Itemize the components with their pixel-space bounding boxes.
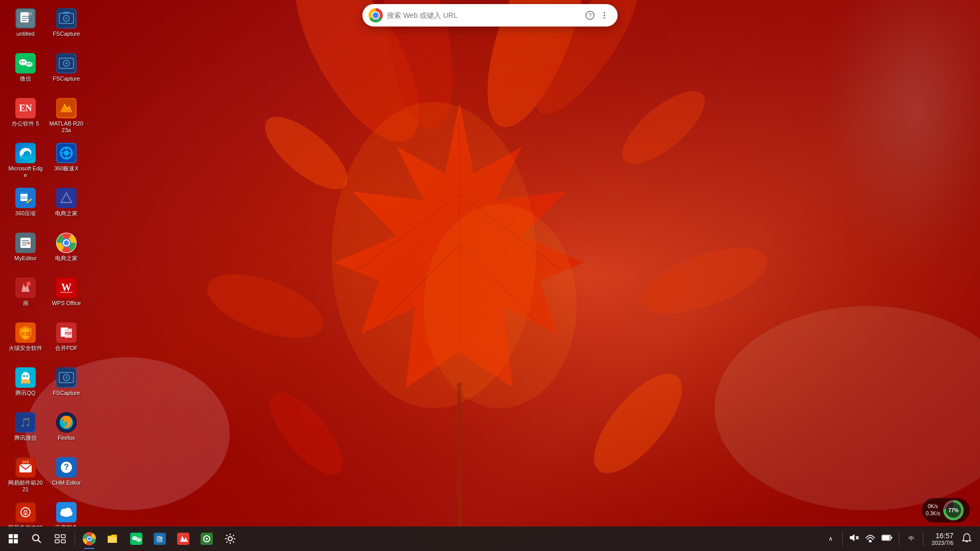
volume-icon[interactable] bbox=[847, 531, 861, 547]
taskbar-divider1 bbox=[75, 532, 75, 546]
desktop-icons-grid: FSCapture 微信 bbox=[0, 0, 90, 547]
upload-speed: 0K/s bbox=[928, 503, 938, 510]
svg-point-131 bbox=[137, 539, 138, 540]
svg-rect-120 bbox=[61, 535, 65, 538]
language-icon[interactable]: 中 bbox=[903, 533, 919, 544]
taskbar-explorer[interactable] bbox=[102, 528, 124, 550]
wangyi-icon: W bbox=[15, 502, 36, 522]
svg-point-110 bbox=[604, 12, 605, 14]
svg-point-112 bbox=[604, 17, 605, 19]
start-button[interactable] bbox=[2, 528, 24, 550]
desktop-icon-wps5[interactable]: EN 办公软件 5 bbox=[5, 95, 46, 138]
help-button[interactable]: ? bbox=[583, 8, 597, 22]
svg-point-89 bbox=[65, 377, 67, 379]
svg-point-69 bbox=[64, 240, 69, 245]
desktop-icon-qq[interactable]: 腾讯QQ bbox=[5, 364, 46, 407]
svg-rect-113 bbox=[9, 534, 13, 538]
svg-point-30 bbox=[26, 62, 33, 67]
svg-point-34 bbox=[30, 63, 31, 65]
taskbar-app-green[interactable] bbox=[195, 528, 218, 550]
svg-text:360: 360 bbox=[20, 195, 28, 200]
desktop-icon-untitled[interactable]: untitled bbox=[5, 5, 46, 48]
fscapture2-label: FSCapture bbox=[53, 76, 80, 82]
svg-text:PDF: PDF bbox=[65, 332, 72, 335]
show-hidden-icons[interactable]: ∧ bbox=[826, 533, 835, 544]
svg-text:🎵: 🎵 bbox=[20, 417, 32, 428]
desktop-icon-chmeditor[interactable]: ? CHM Editor bbox=[46, 454, 87, 497]
firefox-label: Firefox bbox=[58, 435, 75, 441]
svg-rect-114 bbox=[14, 534, 18, 538]
svg-rect-121 bbox=[55, 540, 59, 543]
wechat-label: 微信 bbox=[20, 76, 31, 82]
svg-point-117 bbox=[33, 535, 39, 541]
edge-icon bbox=[15, 143, 36, 163]
svg-rect-119 bbox=[55, 535, 59, 538]
desktop-icon-360browser[interactable]: 360极速X bbox=[46, 140, 87, 183]
svg-text:微: 微 bbox=[156, 535, 163, 543]
taskbar-divider3 bbox=[899, 532, 899, 546]
untitled-label: untitled bbox=[16, 31, 34, 37]
url-input[interactable] bbox=[387, 11, 583, 19]
desktop-icon-anquan[interactable]: 火绒 火绒安全软件 bbox=[5, 319, 46, 362]
chrome-address-bar[interactable]: ? bbox=[362, 4, 618, 27]
svg-rect-38 bbox=[29, 12, 32, 15]
taskbar-clock[interactable]: 16:57 2023/7/6 bbox=[927, 532, 958, 546]
more-button[interactable] bbox=[597, 8, 611, 22]
desktop-icon-163mail[interactable]: 163 网易邮件箱2021 bbox=[5, 454, 46, 497]
svg-point-84 bbox=[26, 375, 28, 377]
fscapture3-label: FSCapture bbox=[53, 390, 80, 396]
taskview-button[interactable] bbox=[49, 528, 71, 550]
matlab-label: MATLAB R2023a bbox=[48, 120, 85, 134]
desktop-icon-matlab[interactable]: MATLAB R2023a bbox=[46, 95, 87, 138]
search-button[interactable] bbox=[26, 528, 48, 550]
chmeditor-label: CHM Editor bbox=[52, 480, 81, 486]
battery-icon[interactable] bbox=[879, 532, 895, 545]
svg-point-26 bbox=[65, 17, 67, 19]
svg-point-33 bbox=[27, 63, 29, 65]
edge-label: Microsoft Edge bbox=[7, 165, 44, 179]
desktop-icon-fscapture3[interactable]: FSCapture bbox=[46, 364, 87, 407]
desktop-icon-firefox[interactable]: Firefox bbox=[46, 409, 87, 452]
wps-draw-label: 画 bbox=[23, 300, 29, 307]
dianshi-icon bbox=[56, 188, 77, 208]
taskbar-settings[interactable] bbox=[219, 528, 241, 550]
desktop-icon-fscapture2[interactable]: FSCapture bbox=[46, 50, 87, 93]
desktop-icon-360compress[interactable]: 360 360压缩 bbox=[5, 185, 46, 228]
svg-point-125 bbox=[88, 537, 91, 540]
desktop-icon-google-chrome[interactable]: 电商之家 bbox=[46, 230, 87, 272]
360compress-icon: 360 bbox=[15, 188, 36, 208]
net-speed-widget[interactable]: 0K/s 0.3K/s 77% bbox=[922, 498, 970, 522]
desktop-icon-edge[interactable]: Microsoft Edge bbox=[5, 140, 46, 183]
qq-icon bbox=[15, 367, 36, 388]
svg-rect-74 bbox=[60, 292, 72, 293]
desktop-icon-wechat[interactable]: 微信 bbox=[5, 50, 46, 93]
taskbar-chrome[interactable] bbox=[78, 528, 101, 550]
taskbar-draw[interactable] bbox=[172, 528, 194, 550]
desktop-icon-fscapture[interactable]: FSCapture bbox=[46, 5, 87, 48]
svg-rect-27 bbox=[63, 12, 69, 14]
svg-point-50 bbox=[64, 151, 69, 156]
desktop-icon-myeditor[interactable]: MyEditor bbox=[5, 230, 46, 272]
desktop-icon-dianshi[interactable]: 电商之家 bbox=[46, 185, 87, 228]
163mail-label: 网易邮件箱2021 bbox=[7, 480, 44, 493]
dianshi-label: 电商之家 bbox=[55, 210, 78, 217]
taskbar-weixin[interactable]: 微 bbox=[149, 528, 171, 550]
anquan-label: 火绒安全软件 bbox=[9, 345, 42, 352]
desktop-icon-tengxun-wechat[interactable]: 🎵 腾讯微信 bbox=[5, 409, 46, 452]
network-icon[interactable] bbox=[863, 531, 877, 546]
360browser-label: 360极速X bbox=[54, 165, 79, 172]
maple-leaf-bg bbox=[0, 0, 980, 551]
desktop-icon-wps-draw[interactable]: 画 bbox=[5, 274, 46, 317]
svg-rect-107 bbox=[61, 513, 71, 516]
svg-text:火绒: 火绒 bbox=[20, 331, 31, 337]
desktop-icon-hepdf[interactable]: PDF 合并PDF bbox=[46, 319, 87, 362]
svg-point-141 bbox=[869, 540, 871, 542]
taskbar-wechat[interactable] bbox=[125, 528, 148, 550]
tengxun-wechat-label: 腾讯微信 bbox=[14, 435, 37, 441]
notification-button[interactable] bbox=[960, 531, 974, 547]
taskbar-divider2 bbox=[842, 532, 843, 546]
desktop-icon-wps-office[interactable]: W WPS Office bbox=[46, 274, 87, 317]
163mail-icon: 163 bbox=[15, 457, 36, 478]
wps-office-label: WPS Office bbox=[52, 300, 81, 307]
myeditor-label: MyEditor bbox=[14, 255, 36, 262]
